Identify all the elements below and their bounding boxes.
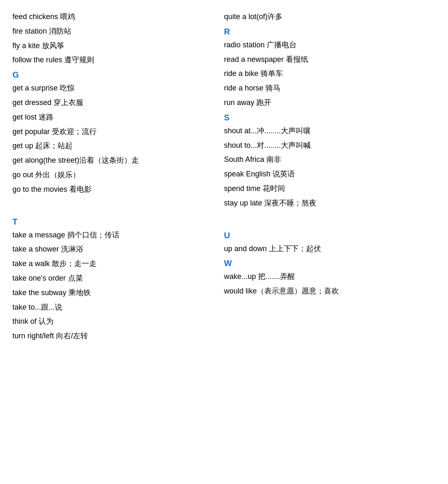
list-item: fire station 消防站	[12, 25, 216, 37]
list-item: turn right/left 向右/左转	[12, 330, 216, 342]
section-t-label: T	[12, 217, 216, 227]
list-item: get dressed 穿上衣服	[12, 97, 216, 109]
entries-s: shout at...冲........大声叫嚷 shout to...对...…	[224, 125, 427, 209]
list-item: get popular 受欢迎；流行	[12, 126, 216, 138]
list-item: get along(the street)沿着（这条街）走	[12, 154, 216, 166]
section-u-label: U	[224, 231, 427, 240]
spacer-left2	[12, 205, 216, 213]
entries-top-left: feed chickens 喂鸡 fire station 消防站 fly a …	[12, 11, 216, 66]
list-item: read a newspaper 看报纸	[224, 54, 427, 66]
list-item: up and down 上上下下；起伏	[224, 243, 427, 255]
spacer-left	[12, 198, 216, 205]
spacer-right2	[224, 219, 427, 227]
list-item: shout at...冲........大声叫嚷	[224, 125, 427, 137]
list-item: get up 起床；站起	[12, 140, 216, 152]
entries-u: up and down 上上下下；起伏	[224, 243, 427, 255]
list-item: take a shower 洗淋浴	[12, 243, 216, 255]
list-item: get lost 迷路	[12, 111, 216, 123]
list-item: stay up late 深夜不睡；熬夜	[224, 197, 427, 209]
list-item: fly a kite 放风筝	[12, 40, 216, 52]
list-item: follow the rules 遵守规则	[12, 54, 216, 66]
list-item: go to the movies 看电影	[12, 183, 216, 196]
list-item: get a surprise 吃惊	[12, 82, 216, 94]
list-item: think of 认为	[12, 315, 216, 328]
list-item: ride a bike 骑单车	[224, 68, 427, 80]
list-item: speak English 说英语	[224, 168, 427, 180]
list-item: ride a horse 骑马	[224, 82, 427, 94]
list-item: take to...跟...说	[12, 301, 216, 313]
entries-g: get a surprise 吃惊 get dressed 穿上衣服 get l…	[12, 82, 216, 195]
section-r-label: R	[224, 27, 427, 37]
list-item: spend time 花时间	[224, 183, 427, 195]
list-item: run away 跑开	[224, 97, 427, 109]
section-g-label: G	[12, 70, 216, 80]
list-item: radio station 广播电台	[224, 39, 427, 51]
list-item: shout to...对........大声叫喊	[224, 139, 427, 152]
list-item: would like（表示意愿）愿意；喜欢	[224, 285, 427, 297]
list-item: take one's order 点菜	[12, 272, 216, 284]
list-item: South Africa 南非	[224, 154, 427, 166]
entries-w: wake...up 把.......弄醒 would like（表示意愿）愿意；…	[224, 271, 427, 297]
list-item: quite a lot(of)许多	[224, 11, 427, 23]
section-s-label: S	[224, 113, 427, 122]
left-column: feed chickens 喂鸡 fire station 消防站 fly a …	[12, 8, 224, 345]
entries-top-right: quite a lot(of)许多	[224, 11, 427, 23]
list-item: take a walk 散步；走一走	[12, 258, 216, 270]
list-item: wake...up 把.......弄醒	[224, 271, 427, 283]
entries-t: take a message 捎个口信；传话 take a shower 洗淋浴…	[12, 229, 216, 342]
list-item: take the subway 乘地铁	[12, 287, 216, 299]
main-content: feed chickens 喂鸡 fire station 消防站 fly a …	[12, 8, 436, 345]
list-item: feed chickens 喂鸡	[12, 11, 216, 23]
entries-r: radio station 广播电台 read a newspaper 看报纸 …	[224, 39, 427, 109]
list-item: take a message 捎个口信；传话	[12, 229, 216, 241]
section-w-label: W	[224, 259, 427, 268]
spacer-right	[224, 212, 427, 219]
list-item: go out 外出（娱乐）	[12, 169, 216, 181]
right-column: quite a lot(of)许多 R radio station 广播电台 r…	[224, 8, 436, 345]
